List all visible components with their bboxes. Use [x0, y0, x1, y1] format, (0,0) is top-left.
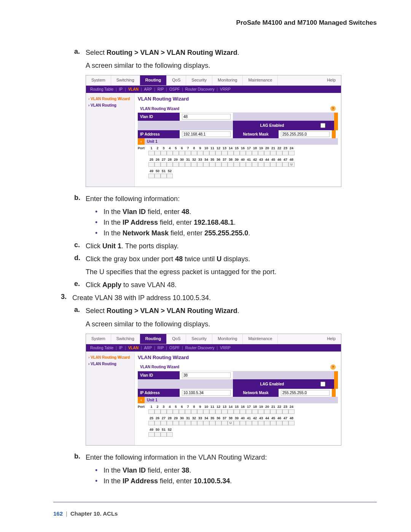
subtab-ip[interactable]: IP — [119, 346, 123, 350]
ip-input[interactable] — [182, 390, 231, 396]
port-box-19[interactable] — [258, 409, 264, 414]
subtab-vrrp[interactable]: VRRP — [220, 346, 231, 350]
port-box-33[interactable] — [197, 421, 203, 425]
port-box-8[interactable] — [191, 409, 197, 414]
port-box-18[interactable] — [252, 151, 258, 155]
tab-qos[interactable]: QoS — [167, 334, 186, 344]
port-box-23[interactable] — [282, 151, 288, 155]
subtab-routing table[interactable]: Routing Table — [90, 346, 113, 350]
port-box-49[interactable] — [148, 432, 155, 437]
port-box-28[interactable] — [167, 162, 173, 167]
tab-maintenance[interactable]: Maintenance — [243, 334, 278, 344]
port-box-25[interactable] — [148, 421, 155, 425]
port-box-4[interactable] — [167, 151, 173, 155]
port-box-29[interactable] — [173, 421, 179, 425]
subtab-router discovery[interactable]: Router Discovery — [185, 346, 215, 350]
unit-toggle[interactable]: ‹ — [138, 397, 145, 403]
subtab-ospf[interactable]: OSPF — [169, 346, 180, 350]
port-box-9[interactable] — [197, 409, 203, 414]
tab-maintenance[interactable]: Maintenance — [243, 75, 278, 85]
port-box-26[interactable] — [155, 162, 161, 167]
port-box-51[interactable] — [161, 174, 167, 178]
port-box-26[interactable] — [155, 421, 161, 425]
sidebar-item-vlan routing wizard[interactable]: › VLAN Routing Wizard — [88, 97, 132, 101]
subtab-routing table[interactable]: Routing Table — [90, 87, 113, 91]
port-box-37[interactable] — [221, 421, 228, 425]
port-box-20[interactable] — [264, 409, 270, 414]
subtab-ip[interactable]: IP — [119, 87, 123, 91]
mask-input[interactable] — [281, 390, 330, 396]
port-box-8[interactable] — [191, 151, 197, 155]
port-box-32[interactable] — [191, 162, 197, 167]
subtab-router discovery[interactable]: Router Discovery — [185, 87, 215, 91]
tab-system[interactable]: System — [86, 75, 111, 85]
tab-monitoring[interactable]: Monitoring — [212, 334, 243, 344]
port-box-19[interactable] — [258, 151, 264, 155]
port-box-13[interactable] — [221, 409, 228, 414]
port-box-17[interactable] — [246, 151, 252, 155]
port-box-31[interactable] — [185, 421, 191, 425]
port-box-1[interactable] — [148, 409, 155, 414]
port-box-49[interactable] — [148, 174, 155, 178]
tab-switching[interactable]: Switching — [111, 334, 140, 344]
port-box-6[interactable] — [179, 409, 185, 414]
port-box-9[interactable] — [197, 151, 203, 155]
port-box-30[interactable] — [179, 421, 185, 425]
port-box-36[interactable] — [215, 421, 221, 425]
port-box-42[interactable] — [252, 162, 258, 167]
port-box-45[interactable] — [270, 421, 276, 425]
unit-toggle[interactable]: ‹ — [138, 138, 145, 145]
port-box-16[interactable] — [240, 151, 246, 155]
port-box-50[interactable] — [155, 432, 161, 437]
port-box-35[interactable] — [209, 162, 215, 167]
port-box-2[interactable] — [155, 151, 161, 155]
port-box-29[interactable] — [173, 162, 179, 167]
port-box-14[interactable] — [228, 409, 234, 414]
tab-security[interactable]: Security — [186, 75, 212, 85]
port-box-17[interactable] — [246, 409, 252, 414]
port-box-15[interactable] — [234, 409, 240, 414]
tab-switching[interactable]: Switching — [111, 75, 140, 85]
port-box-4[interactable] — [167, 409, 173, 414]
port-box-18[interactable] — [252, 409, 258, 414]
subtab-vlan[interactable]: VLAN — [128, 87, 139, 91]
unit-label[interactable]: Unit 1 — [145, 138, 338, 145]
port-box-6[interactable] — [179, 151, 185, 155]
port-box-46[interactable] — [276, 421, 282, 425]
port-box-42[interactable] — [252, 421, 258, 425]
port-box-5[interactable] — [173, 151, 179, 155]
port-box-11[interactable] — [209, 409, 215, 414]
port-box-47[interactable] — [282, 162, 288, 167]
subtab-vrrp[interactable]: VRRP — [220, 87, 231, 91]
port-box-7[interactable] — [185, 151, 191, 155]
port-box-11[interactable] — [209, 151, 215, 155]
port-box-45[interactable] — [270, 162, 276, 167]
port-box-21[interactable] — [270, 409, 276, 414]
port-box-5[interactable] — [173, 409, 179, 414]
port-box-48[interactable]: U — [288, 162, 295, 167]
port-box-32[interactable] — [191, 421, 197, 425]
tab-qos[interactable]: QoS — [167, 75, 186, 85]
mask-input[interactable] — [281, 131, 330, 137]
sidebar-item-vlan routing[interactable]: › VLAN Routing — [88, 103, 132, 107]
port-box-38[interactable] — [228, 162, 234, 167]
port-box-12[interactable] — [215, 409, 221, 414]
port-box-13[interactable] — [221, 151, 228, 155]
port-box-48[interactable] — [288, 421, 295, 425]
port-box-33[interactable] — [197, 162, 203, 167]
port-box-2[interactable] — [155, 409, 161, 414]
subtab-arp[interactable]: ARP — [144, 87, 152, 91]
port-box-52[interactable] — [167, 174, 173, 178]
port-box-34[interactable] — [203, 421, 209, 425]
port-box-1[interactable] — [148, 151, 155, 155]
tab-help[interactable]: Help — [322, 334, 341, 344]
port-box-10[interactable] — [203, 151, 209, 155]
tab-routing[interactable]: Routing — [140, 334, 167, 344]
port-box-21[interactable] — [270, 151, 276, 155]
tab-security[interactable]: Security — [186, 334, 212, 344]
tab-routing[interactable]: Routing — [140, 75, 167, 85]
help-icon[interactable]: ? — [330, 106, 336, 111]
help-icon[interactable]: ? — [330, 364, 336, 370]
tab-help[interactable]: Help — [322, 75, 341, 85]
lag-checkbox[interactable] — [320, 123, 325, 128]
